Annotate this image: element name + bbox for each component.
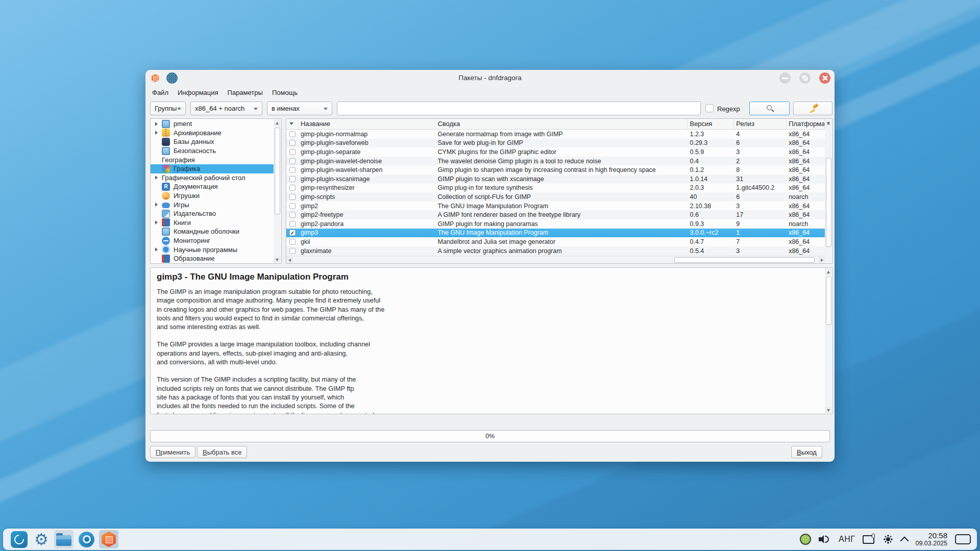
sidebar-item[interactable]: Графический рабочий стол bbox=[151, 173, 274, 183]
apply-button[interactable]: Применить bbox=[150, 446, 195, 458]
row-checkbox[interactable] bbox=[289, 212, 296, 218]
row-checkbox[interactable] bbox=[289, 194, 296, 200]
menu-item-0[interactable]: Файл bbox=[148, 87, 173, 99]
sidebar-item[interactable]: Игрушки bbox=[151, 191, 274, 201]
column-header-checkbox[interactable] bbox=[286, 119, 299, 129]
row-checkbox[interactable] bbox=[289, 239, 296, 245]
groups-filter-dropdown[interactable]: Группы bbox=[150, 102, 186, 115]
scrollbar-thumb[interactable] bbox=[826, 158, 831, 247]
volume-icon[interactable] bbox=[819, 534, 831, 545]
sidebar-item[interactable]: Графика bbox=[151, 164, 274, 173]
keyboard-layout-indicator[interactable]: АНГ bbox=[839, 535, 855, 544]
row-checkbox[interactable] bbox=[289, 203, 296, 209]
display-settings-icon[interactable] bbox=[863, 534, 875, 545]
row-checkbox[interactable] bbox=[289, 176, 296, 182]
clear-search-button[interactable] bbox=[793, 102, 832, 115]
row-checkbox[interactable] bbox=[289, 248, 296, 254]
expander-icon[interactable] bbox=[155, 203, 158, 207]
expander-icon[interactable] bbox=[155, 122, 158, 126]
sidebar-item[interactable]: Базы данных bbox=[151, 137, 274, 146]
column-header-0[interactable]: Название bbox=[299, 119, 435, 129]
app-launcher-button[interactable] bbox=[9, 530, 29, 548]
brightness-icon[interactable] bbox=[883, 534, 894, 545]
sidebar-item[interactable]: Документация bbox=[151, 182, 274, 191]
show-desktop-button[interactable] bbox=[955, 534, 971, 544]
row-checkbox[interactable] bbox=[289, 230, 296, 236]
expander-icon[interactable] bbox=[155, 220, 158, 224]
tree-scrollbar[interactable] bbox=[274, 119, 281, 263]
minimize-button[interactable] bbox=[779, 72, 791, 84]
sidebar-item[interactable]: Образование bbox=[151, 254, 274, 263]
table-row[interactable]: glaxnimateA simple vector graphics anima… bbox=[286, 246, 825, 256]
sidebar-item[interactable]: Архивирование bbox=[151, 129, 274, 138]
expander-icon[interactable] bbox=[155, 247, 158, 252]
table-row[interactable]: gimp2-pandoraGIMP plugin for making pano… bbox=[286, 219, 825, 229]
table-vscrollbar[interactable] bbox=[825, 119, 832, 263]
sidebar-item[interactable]: Игры bbox=[151, 200, 274, 209]
update-notifier-icon[interactable] bbox=[800, 534, 811, 545]
menu-item-2[interactable]: Параметры bbox=[223, 87, 267, 99]
expander-icon[interactable] bbox=[155, 176, 158, 180]
table-row[interactable]: gimp-plugin-wavelet-denoiseThe wavelet d… bbox=[286, 157, 825, 166]
sidebar-item[interactable]: Научные программы bbox=[151, 245, 274, 254]
expander-icon[interactable] bbox=[155, 131, 158, 135]
description-scrollbar[interactable] bbox=[825, 268, 832, 413]
select-all-button[interactable]: Выбрать все bbox=[197, 446, 247, 458]
row-checkbox[interactable] bbox=[289, 158, 296, 164]
table-row[interactable]: gimp2The GNU Image Manipulation Program2… bbox=[286, 202, 825, 211]
column-header-3[interactable]: Релиз bbox=[734, 119, 787, 129]
search-button[interactable] bbox=[749, 102, 790, 115]
sidebar-item[interactable]: Издательство bbox=[151, 209, 274, 218]
maximize-button[interactable] bbox=[799, 72, 811, 84]
quit-button[interactable]: Выход bbox=[791, 446, 822, 458]
scroll-down-icon[interactable] bbox=[825, 407, 832, 413]
clock[interactable]: 20:58 09.03.2025 bbox=[915, 531, 947, 547]
scroll-right-icon[interactable] bbox=[818, 257, 825, 263]
table-row[interactable]: gimp-resynthesizerGimp plug-in for textu… bbox=[286, 184, 825, 193]
sidebar-item[interactable]: pment bbox=[151, 119, 274, 129]
file-manager-task[interactable] bbox=[54, 530, 74, 548]
system-settings-button[interactable]: ⚙ bbox=[32, 530, 51, 548]
scroll-up-icon[interactable] bbox=[274, 119, 281, 126]
search-in-dropdown[interactable]: в именах bbox=[267, 102, 332, 115]
regexp-checkbox[interactable] bbox=[705, 104, 714, 112]
scroll-up-icon[interactable] bbox=[825, 268, 832, 275]
table-row[interactable]: gimp-scriptsCollection of script-FUs for… bbox=[286, 192, 825, 202]
sidebar-item[interactable]: Командные оболочки bbox=[151, 227, 274, 236]
tray-expand-icon[interactable] bbox=[900, 537, 909, 545]
table-row[interactable]: gimp-plugin-separateCYMK plugins for the… bbox=[286, 147, 825, 157]
menu-item-1[interactable]: Информация bbox=[173, 87, 223, 99]
table-hscrollbar[interactable] bbox=[286, 256, 825, 263]
close-button[interactable] bbox=[819, 72, 830, 84]
table-row[interactable]: gimp-plugin-saveforwebSave for web plug-… bbox=[286, 139, 825, 148]
browser-button[interactable] bbox=[77, 530, 96, 548]
column-header-4[interactable]: Платформа bbox=[787, 119, 825, 129]
scroll-down-icon[interactable] bbox=[274, 256, 281, 263]
row-checkbox[interactable] bbox=[289, 131, 296, 137]
dnfdragora-task[interactable] bbox=[99, 530, 118, 548]
row-checkbox[interactable] bbox=[289, 149, 296, 155]
table-row[interactable]: gimp3The GNU Image Manipulation Program3… bbox=[286, 229, 825, 238]
sidebar-item[interactable]: Мониторинг bbox=[151, 236, 274, 245]
table-row[interactable]: gimp-plugin-normalmapGenerate normalmap … bbox=[286, 130, 825, 139]
row-checkbox[interactable] bbox=[289, 185, 296, 191]
sidebar-item[interactable]: География bbox=[151, 155, 274, 164]
scroll-left-icon[interactable] bbox=[286, 257, 293, 263]
row-checkbox[interactable] bbox=[289, 140, 296, 146]
table-row[interactable]: gimp2-freetypeA GIMP font renderer based… bbox=[286, 210, 825, 219]
table-row[interactable]: gimp-plugin-xscanimageGIMP plugin to sca… bbox=[286, 174, 825, 184]
menu-item-3[interactable]: Помощь bbox=[267, 87, 302, 99]
scrollbar-thumb[interactable] bbox=[674, 257, 815, 263]
column-header-2[interactable]: Версия bbox=[688, 119, 734, 129]
search-input[interactable] bbox=[337, 102, 701, 115]
sidebar-item[interactable]: Безопасность bbox=[151, 146, 274, 156]
scrollbar-thumb[interactable] bbox=[275, 128, 280, 214]
row-checkbox[interactable] bbox=[289, 167, 296, 173]
titlebar[interactable]: Пакеты - dnfdragora bbox=[145, 70, 835, 86]
arch-filter-dropdown[interactable]: x86_64 + noarch bbox=[190, 102, 262, 115]
scrollbar-thumb[interactable] bbox=[826, 277, 831, 325]
table-row[interactable]: gkiiMandelbrot and Julia set image gener… bbox=[286, 237, 825, 246]
column-header-1[interactable]: Сводка bbox=[435, 119, 688, 129]
row-checkbox[interactable] bbox=[289, 221, 296, 227]
sidebar-item[interactable]: Книги bbox=[151, 218, 274, 228]
